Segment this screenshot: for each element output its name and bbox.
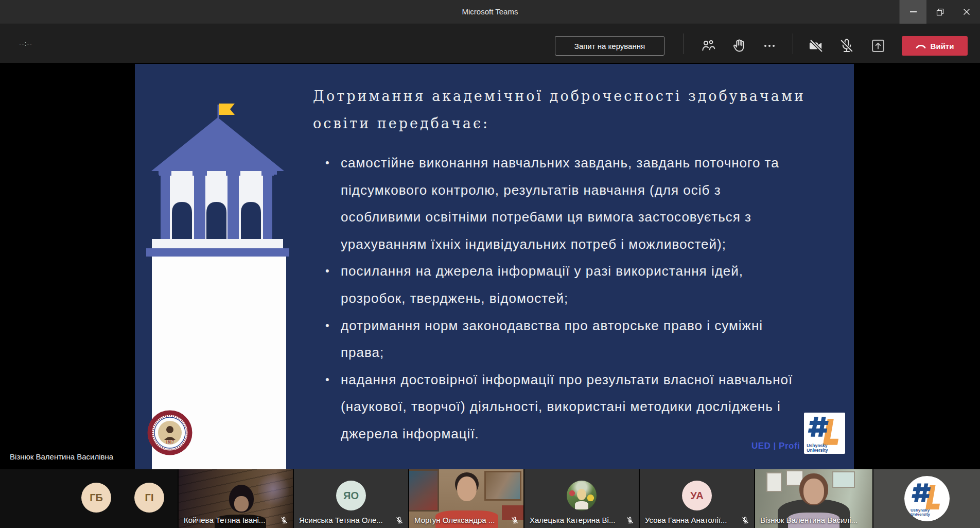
bullet-line: особливими освітніми потребами ця вимога… bbox=[341, 203, 842, 231]
participants-button[interactable] bbox=[698, 36, 718, 56]
participants-icon bbox=[701, 38, 716, 54]
participant-name: Койчева Тетяна Івані... bbox=[184, 516, 265, 524]
close-icon bbox=[963, 8, 970, 15]
restore-icon bbox=[936, 8, 944, 16]
raise-hand-button[interactable] bbox=[730, 36, 749, 56]
participant-tile-photo[interactable]: Халецька Катерина Ві... bbox=[524, 469, 639, 528]
hang-up-icon bbox=[916, 43, 926, 49]
mic-muted-icon bbox=[626, 516, 634, 524]
bullet-line: розробок, тверджень, відомостей; bbox=[341, 285, 842, 312]
slide-title-line: Дотримання академічної доброчесності здо… bbox=[313, 82, 806, 110]
raise-hand-icon bbox=[732, 38, 747, 54]
bullet-line: дотримання норм законодавства про авторс… bbox=[341, 312, 842, 339]
mic-muted-icon bbox=[741, 516, 749, 524]
window-title: Microsoft Teams bbox=[0, 0, 980, 24]
share-screen-icon bbox=[870, 38, 886, 54]
bullet-line: (наукової, творчої) діяльності, використ… bbox=[341, 393, 842, 420]
slide-bullet: надання достовірної інформації про резул… bbox=[322, 366, 842, 448]
presentation-slide: 1817 Дотримання академічної доброчесност… bbox=[135, 64, 854, 469]
leave-button[interactable]: Вийти bbox=[902, 36, 968, 56]
ushynsky-university-logo: Ushynsky University bbox=[804, 413, 845, 454]
mic-toggle-button[interactable] bbox=[837, 36, 856, 56]
toolbar-divider bbox=[684, 33, 684, 54]
close-button[interactable] bbox=[953, 0, 980, 24]
bullet-line: підсумкового контролю, результатів навча… bbox=[341, 177, 842, 204]
slide-bullet: посилання на джерела інформації у разі в… bbox=[322, 258, 842, 312]
video-frame bbox=[457, 476, 477, 501]
svg-text:University: University bbox=[910, 512, 930, 517]
slide-title: Дотримання академічної доброчесності здо… bbox=[313, 82, 806, 137]
presenter-name-label: Візнюк Валентина Василівна bbox=[10, 452, 113, 461]
meeting-toolbar: --:-- Запит на керування bbox=[0, 24, 980, 63]
meeting-timer: --:-- bbox=[19, 24, 32, 63]
bullet-line: надання достовірної інформації про резул… bbox=[341, 366, 842, 394]
hash-l-logo-icon: Ushynsky University bbox=[804, 413, 845, 454]
slide-bullet: дотримання норм законодавства про авторс… bbox=[322, 312, 842, 366]
participant-tile-avatar[interactable]: ЯО Ясинська Тетяна Оле... bbox=[294, 469, 408, 528]
mic-off-icon bbox=[838, 38, 855, 54]
university-seal: 1817 bbox=[148, 411, 192, 455]
more-options-button[interactable] bbox=[760, 36, 779, 56]
mic-muted-icon bbox=[511, 516, 519, 524]
participant-tile-video[interactable]: Візнюк Валентина Василі... bbox=[755, 469, 872, 528]
bullet-line: урахуванням їхніх індивідуальних потреб … bbox=[341, 231, 842, 258]
participant-name: Ясинська Тетяна Оле... bbox=[299, 516, 383, 524]
participant-name: Усова Ганна Анатолії... bbox=[645, 516, 727, 524]
bullet-line: посилання на джерела інформації у разі в… bbox=[341, 258, 842, 285]
video-frame bbox=[258, 471, 289, 507]
ushynsky-university-logo: Ushynsky University bbox=[904, 476, 950, 521]
bullet-line: права; bbox=[341, 339, 842, 366]
participant-tile-video[interactable]: Койчева Тетяна Івані... bbox=[179, 469, 293, 528]
slide-bullet: самостійне виконання навчальних завдань,… bbox=[322, 149, 842, 258]
hash-l-logo-icon: Ushynsky University bbox=[908, 480, 946, 518]
svg-text:University: University bbox=[807, 448, 828, 453]
participant-name: Моргун Олександра ... bbox=[414, 516, 495, 524]
mic-muted-icon bbox=[395, 516, 404, 524]
minimize-button[interactable] bbox=[900, 0, 926, 24]
request-control-button[interactable]: Запит на керування bbox=[555, 36, 664, 56]
participant-tile-logo[interactable]: Ushynsky University bbox=[873, 469, 980, 528]
participant-tile-video[interactable]: Моргун Олександра ... bbox=[409, 469, 523, 528]
slide-bullet-list: самостійне виконання навчальних завдань,… bbox=[322, 149, 842, 448]
mic-muted-icon bbox=[280, 516, 288, 524]
camera-off-icon bbox=[808, 38, 825, 54]
video-frame bbox=[766, 472, 782, 492]
video-frame bbox=[803, 479, 824, 504]
ellipsis-icon bbox=[764, 45, 775, 47]
avatar: ГІ bbox=[134, 483, 164, 513]
participant-name: Халецька Катерина Ві... bbox=[530, 516, 615, 524]
leave-label: Вийти bbox=[931, 42, 954, 50]
minimize-icon bbox=[910, 11, 917, 12]
svg-text:1817: 1817 bbox=[166, 440, 174, 445]
participant-name: Візнюк Валентина Василі... bbox=[760, 516, 857, 524]
avatar: ЯО bbox=[336, 481, 366, 510]
avatar: УА bbox=[682, 481, 712, 510]
participant-tile-audio-pair[interactable]: ГБ ГІ bbox=[0, 469, 178, 528]
slide-title-line: освіти передбачає: bbox=[313, 110, 806, 137]
video-frame bbox=[409, 469, 439, 512]
video-frame bbox=[234, 496, 249, 512]
restore-button[interactable] bbox=[926, 0, 953, 24]
teams-meeting-window: Microsoft Teams --:-- Запит на керування bbox=[0, 0, 980, 528]
slide-footer-link: UED | Profi bbox=[751, 441, 800, 451]
toolbar-divider bbox=[793, 33, 793, 54]
avatar-photo bbox=[567, 481, 597, 510]
video-frame bbox=[484, 471, 521, 501]
screen-share-stage: 1817 Дотримання академічної доброчесност… bbox=[0, 63, 980, 469]
titlebar: Microsoft Teams bbox=[0, 0, 980, 24]
participant-filmstrip: ГБ ГІ Койчева Тетяна Івані... ЯО Ясинськ… bbox=[0, 469, 980, 528]
avatar: ГБ bbox=[81, 483, 111, 513]
share-screen-button[interactable] bbox=[868, 36, 888, 56]
bullet-line: самостійне виконання навчальних завдань,… bbox=[341, 149, 842, 177]
participant-tile-avatar[interactable]: УА Усова Ганна Анатолії... bbox=[640, 469, 754, 528]
university-building-illustration: 1817 bbox=[146, 104, 290, 469]
camera-toggle-button[interactable] bbox=[807, 36, 826, 56]
video-frame bbox=[832, 471, 855, 488]
